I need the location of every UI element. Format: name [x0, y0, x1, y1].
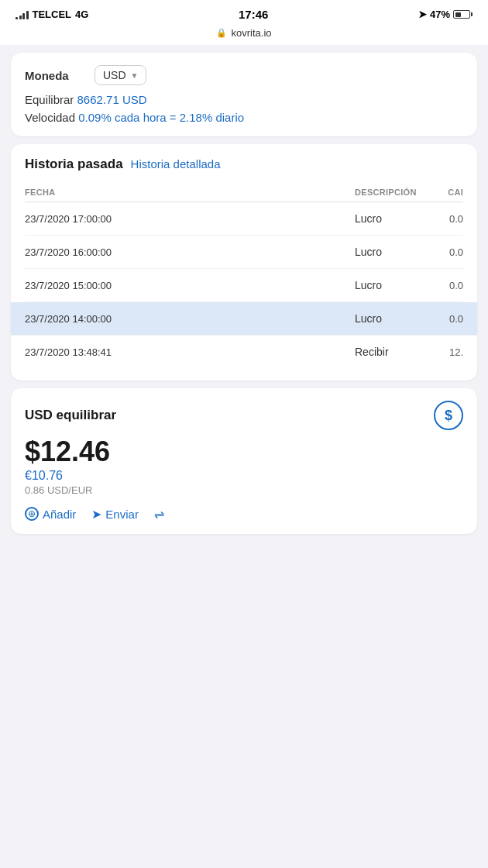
carrier-label: TELCEL: [33, 9, 72, 20]
table-row-highlighted: 23/7/2020 14:00:00 Lucro 0.0: [11, 302, 477, 336]
cell-qty-4: 0.0: [424, 313, 463, 325]
historia-detallada-link[interactable]: Historia detallada: [131, 157, 221, 170]
velocidad-row: Velocidad 0.09% cada hora = 2.18% diario: [25, 111, 463, 124]
status-right: ➤ 47%: [418, 9, 473, 20]
send-button[interactable]: ➤ Enviar: [91, 507, 139, 522]
cell-qty-3: 0.0: [424, 280, 463, 291]
add-button[interactable]: ⊕ Añadir: [25, 507, 76, 521]
transfer-icon: ⇌: [154, 507, 164, 522]
cell-fecha-4: 23/7/2020 14:00:00: [25, 313, 355, 325]
cell-desc-1: Lucro: [355, 212, 424, 225]
status-time: 17:46: [239, 8, 268, 21]
table-row: 23/7/2020 16:00:00 Lucro 0.0: [25, 236, 463, 269]
historia-title: Historia pasada: [25, 157, 123, 172]
cell-fecha-5: 23/7/2020 13:48:41: [25, 346, 355, 358]
currency-dropdown[interactable]: USD ▼: [95, 65, 146, 85]
location-icon: ➤: [418, 9, 427, 20]
moneda-label: Moneda: [25, 69, 87, 82]
historia-header: Historia pasada Historia detallada: [25, 157, 463, 172]
lock-icon: 🔒: [216, 28, 227, 38]
signal-icon: [15, 10, 29, 19]
usd-card-header: USD equilibrar $: [25, 401, 463, 430]
cell-qty-1: 0.0: [424, 213, 463, 225]
velocidad-label: Velocidad: [25, 111, 78, 124]
table-row: 23/7/2020 15:00:00 Lucro 0.0: [25, 269, 463, 302]
battery-percent: 47%: [430, 9, 450, 20]
usd-dollar-icon: $: [434, 401, 463, 430]
historia-card: Historia pasada Historia detallada FECHA…: [11, 144, 477, 381]
cell-qty-5: 12.: [424, 346, 463, 358]
usd-equilibrar-card: USD equilibrar $ $12.46 €10.76 0.86 USD/…: [11, 388, 477, 534]
velocidad-value: 0.09% cada hora = 2.18% diario: [78, 111, 244, 124]
add-label: Añadir: [43, 508, 76, 521]
status-left: TELCEL 4G: [15, 9, 88, 20]
currency-row: Moneda USD ▼: [25, 65, 463, 85]
url-text: kovrita.io: [231, 27, 271, 39]
chevron-down-icon: ▼: [131, 71, 139, 80]
exchange-rate: 0.86 USD/EUR: [25, 484, 463, 496]
cell-fecha-1: 23/7/2020 17:00:00: [25, 213, 355, 225]
send-icon: ➤: [91, 507, 101, 522]
send-label: Enviar: [105, 508, 139, 521]
col-fecha: FECHA: [25, 188, 355, 197]
table-row: 23/7/2020 13:48:41 Recibir 12.: [25, 336, 463, 368]
cell-qty-2: 0.0: [424, 246, 463, 258]
cell-desc-4: Lucro: [355, 312, 424, 325]
cell-fecha-3: 23/7/2020 15:00:00: [25, 280, 355, 291]
transfer-button[interactable]: ⇌: [154, 507, 164, 522]
network-label: 4G: [75, 9, 88, 20]
cell-fecha-2: 23/7/2020 16:00:00: [25, 246, 355, 258]
cell-desc-5: Recibir: [355, 346, 424, 358]
status-bar: TELCEL 4G 17:46 ➤ 47%: [0, 0, 488, 24]
amount-eur: €10.76: [25, 469, 463, 483]
cell-desc-2: Lucro: [355, 246, 424, 258]
equilibrar-label: Equilibrar: [25, 93, 77, 106]
card-actions: ⊕ Añadir ➤ Enviar ⇌: [25, 507, 463, 522]
equilibrar-value: 8662.71 USD: [77, 93, 147, 106]
battery-icon: [453, 10, 473, 19]
add-circle-icon: ⊕: [25, 507, 39, 521]
table-header: FECHA DESCRIPCIÓN CAI: [25, 184, 463, 202]
balance-card: Moneda USD ▼ Equilibrar 8662.71 USD Velo…: [11, 53, 477, 136]
currency-value: USD: [103, 69, 126, 81]
amount-usd: $12.46: [25, 436, 463, 467]
table-row: 23/7/2020 17:00:00 Lucro 0.0: [25, 202, 463, 236]
url-bar[interactable]: 🔒 kovrita.io: [0, 24, 488, 45]
equilibrar-row: Equilibrar 8662.71 USD: [25, 93, 463, 106]
col-cantidad: CAI: [424, 188, 463, 197]
cell-desc-3: Lucro: [355, 279, 424, 291]
usd-card-title: USD equilibrar: [25, 408, 116, 423]
col-descripcion: DESCRIPCIÓN: [355, 188, 424, 197]
